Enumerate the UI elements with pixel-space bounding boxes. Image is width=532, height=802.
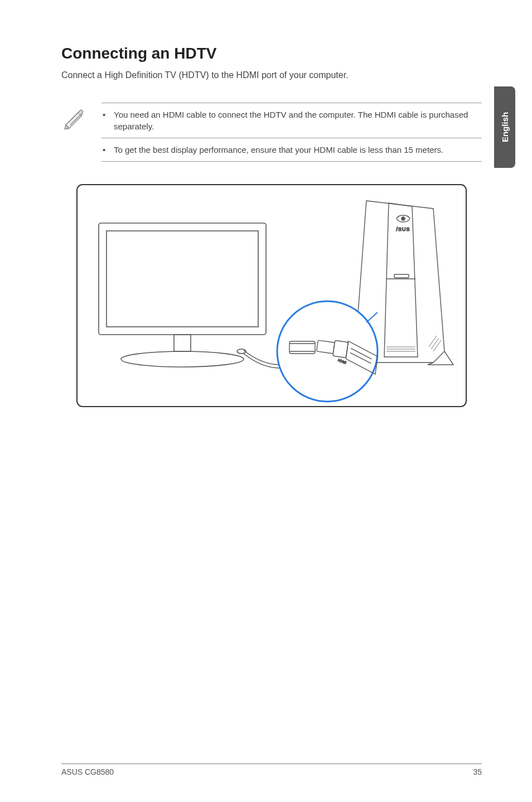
footer-left: ASUS CG8580	[61, 767, 114, 776]
note-text: You need an HDMI cable to connect the HD…	[114, 109, 478, 132]
page-heading: Connecting an HDTV	[61, 45, 482, 62]
hdmi-connection-illustration: /SUS	[61, 184, 482, 407]
note-items: • You need an HDMI cable to connect the …	[101, 103, 482, 162]
svg-text:/SUS: /SUS	[396, 226, 410, 232]
page-content: Connecting an HDTV Connect a High Defini…	[0, 0, 532, 802]
svg-line-17	[433, 340, 441, 351]
svg-rect-2	[77, 185, 466, 407]
note-item: • You need an HDMI cable to connect the …	[101, 103, 482, 138]
pencil-note-icon	[61, 103, 87, 162]
bullet-icon: •	[103, 109, 107, 132]
svg-rect-4	[107, 231, 258, 327]
intro-text: Connect a High Definition TV (HDTV) to t…	[61, 70, 482, 80]
svg-point-5	[121, 351, 244, 367]
svg-point-7	[402, 217, 405, 220]
note-item: • To get the best display performance, e…	[101, 138, 482, 162]
note-block: • You need an HDMI cable to connect the …	[61, 103, 482, 162]
svg-rect-10	[394, 274, 409, 278]
svg-rect-3	[99, 223, 266, 335]
footer-page-number: 35	[473, 767, 482, 776]
svg-line-18	[431, 338, 439, 349]
bullet-icon: •	[103, 144, 107, 156]
svg-line-19	[429, 336, 437, 347]
page-footer: ASUS CG8580 35	[61, 764, 482, 776]
note-text: To get the best display performance, ens…	[114, 144, 443, 156]
svg-line-27	[366, 312, 378, 322]
